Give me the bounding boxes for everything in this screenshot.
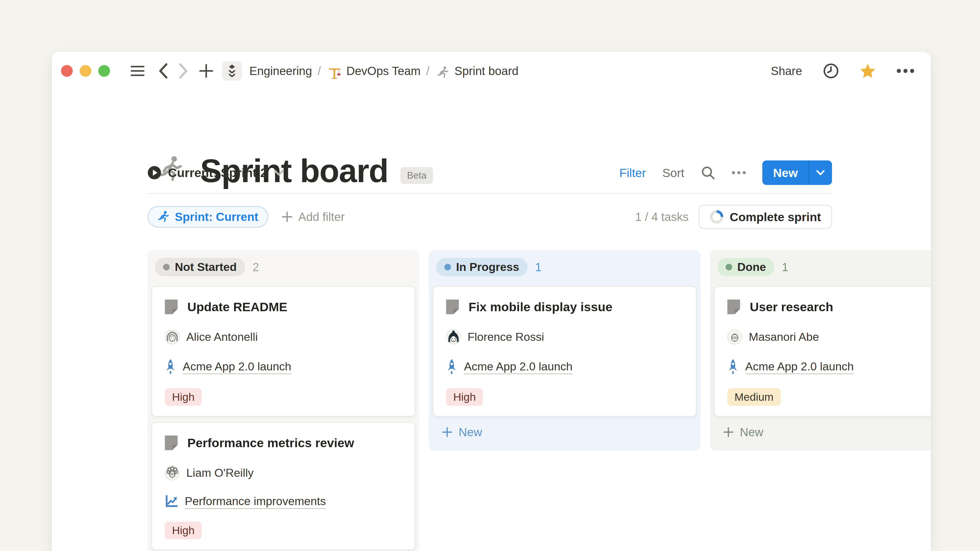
new-task-label[interactable]: New (762, 166, 808, 180)
column-header[interactable]: Not Started 2 (155, 258, 415, 276)
project-row: Acme App 2.0 launch (727, 359, 931, 375)
breadcrumb-devops-team[interactable]: DevOps Team (346, 64, 421, 78)
task-title: Update README (187, 300, 287, 314)
zoom-window-button[interactable] (98, 65, 110, 77)
task-title: Fix mobile display issue (469, 300, 612, 314)
chevron-down-icon (274, 169, 284, 176)
page-icon (446, 300, 459, 314)
project-link[interactable]: Acme App 2.0 launch (464, 360, 573, 373)
status-pill-done: Done (718, 258, 774, 276)
add-card-label: New (740, 425, 763, 439)
ellipsis-icon[interactable] (897, 68, 915, 73)
kanban-board: Not Started 2 Update README Alice Antone… (148, 250, 931, 551)
assignee-name: Alice Antonelli (186, 330, 258, 344)
toolbar-actions: Filter Sort New (619, 160, 832, 185)
sprint-filter-label: Sprint: Current (175, 210, 258, 224)
rocket-icon (727, 359, 738, 375)
chevron-down-icon[interactable] (809, 170, 832, 176)
crane-icon (328, 66, 341, 79)
column-done: Done 1 User research Masanori Abe (710, 250, 931, 451)
play-circle-icon (148, 166, 161, 179)
status-pill-in-progress: In Progress (436, 258, 528, 276)
filter-bar-right: 1 / 4 tasks Complete sprint (635, 205, 832, 229)
add-filter-button[interactable]: Add filter (282, 210, 345, 224)
sidebar-toggle-icon[interactable] (130, 65, 145, 77)
add-card-label: New (458, 425, 482, 439)
assignee-name: Masanori Abe (749, 330, 819, 344)
new-page-plus-icon[interactable] (199, 64, 213, 78)
column-count: 2 (253, 260, 259, 274)
status-pill-not-started: Not Started (155, 258, 245, 276)
project-row: Acme App 2.0 launch (446, 359, 683, 375)
progress-ring-icon (710, 210, 724, 224)
toolbar-divider (148, 193, 832, 194)
new-task-button[interactable]: New (762, 160, 832, 185)
priority-tag: High (165, 522, 202, 539)
column-header[interactable]: Done 1 (718, 258, 931, 276)
breadcrumb-sprint-board[interactable]: Sprint board (455, 64, 519, 78)
star-icon[interactable] (860, 63, 876, 79)
sprint-selector-label: Current: Sprint 2 (168, 165, 267, 180)
sprint-filter-chip[interactable]: Sprint: Current (148, 206, 268, 227)
assignee-name: Liam O'Reilly (186, 466, 254, 480)
rocket-icon (446, 359, 457, 375)
more-options-icon[interactable] (732, 171, 746, 175)
project-link[interactable]: Acme App 2.0 launch (183, 360, 291, 373)
priority-tag: High (165, 388, 202, 406)
assignee-row: Alice Antonelli (165, 330, 402, 345)
assignee-row: Masanori Abe (727, 330, 931, 345)
task-card-fix-mobile-display-issue[interactable]: Fix mobile display issue Florence Rossi … (433, 286, 697, 416)
task-card-user-research[interactable]: User research Masanori Abe Acme App 2.0 … (714, 286, 931, 416)
column-header[interactable]: In Progress 1 (436, 258, 697, 276)
breadcrumb-separator: / (318, 64, 321, 78)
breadcrumb-separator: / (426, 64, 430, 78)
task-card-performance-metrics-review[interactable]: Performance metrics review Liam O'Reilly… (151, 422, 415, 550)
back-icon[interactable] (158, 63, 168, 79)
rocket-icon (165, 359, 176, 375)
app-window: Engineering / DevOps Team / Sprint board… (52, 52, 931, 551)
topbar-actions: Share (771, 63, 915, 79)
status-dot (444, 264, 451, 270)
complete-sprint-label: Complete sprint (730, 210, 821, 224)
status-dot (163, 264, 170, 270)
status-label: Not Started (175, 260, 237, 274)
forward-icon[interactable] (178, 63, 189, 79)
breadcrumb: Engineering / DevOps Team / Sprint board (249, 64, 518, 78)
add-card-button[interactable]: New (442, 425, 697, 439)
window-topbar: Engineering / DevOps Team / Sprint board… (52, 52, 931, 90)
priority-tag: Medium (727, 388, 781, 406)
sort-button[interactable]: Sort (662, 166, 684, 180)
filter-bar: Sprint: Current Add filter 1 / 4 tasks C… (148, 205, 832, 229)
runner-icon (437, 66, 449, 79)
column-count: 1 (535, 260, 542, 274)
status-label: Done (737, 260, 766, 274)
search-icon[interactable] (700, 165, 715, 180)
avatar (165, 465, 180, 480)
column-count: 1 (782, 260, 789, 274)
minimize-window-button[interactable] (80, 65, 91, 77)
add-filter-label: Add filter (298, 210, 345, 224)
sprint-selector[interactable]: Current: Sprint 2 (148, 165, 284, 180)
assignee-name: Florence Rossi (468, 330, 544, 344)
teamspace-stack-icon[interactable] (222, 61, 242, 81)
share-button[interactable]: Share (771, 64, 802, 78)
project-row: Performance improvements (165, 495, 402, 508)
close-window-button[interactable] (61, 65, 73, 77)
assignee-row: Florence Rossi (446, 330, 683, 345)
chart-increase-icon (165, 495, 178, 508)
runner-icon (158, 211, 170, 223)
task-card-update-readme[interactable]: Update README Alice Antonelli Acme App 2… (151, 286, 415, 416)
project-link[interactable]: Performance improvements (185, 495, 326, 508)
add-card-button[interactable]: New (723, 425, 931, 439)
status-label: In Progress (456, 260, 519, 274)
view-toolbar: Current: Sprint 2 Filter Sort New (148, 160, 832, 185)
clock-icon[interactable] (823, 63, 839, 79)
complete-sprint-button[interactable]: Complete sprint (699, 205, 832, 229)
filter-button[interactable]: Filter (619, 166, 646, 180)
task-progress-label: 1 / 4 tasks (635, 210, 689, 224)
traffic-lights (61, 65, 110, 77)
status-dot (725, 264, 732, 270)
project-link[interactable]: Acme App 2.0 launch (745, 360, 854, 373)
task-title: User research (750, 300, 833, 314)
breadcrumb-engineering[interactable]: Engineering (249, 64, 312, 78)
